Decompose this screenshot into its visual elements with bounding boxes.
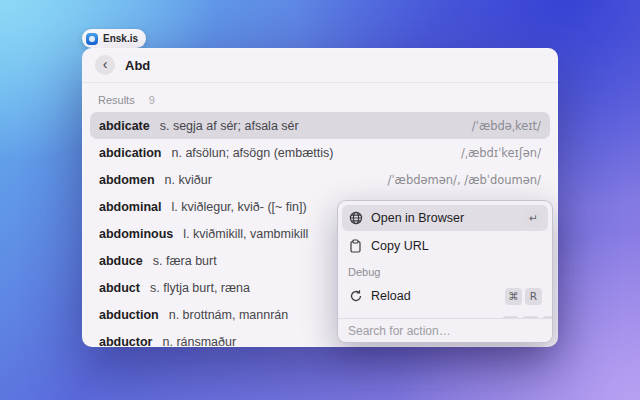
action-menu-item-label: Copy URL [371, 239, 429, 253]
action-menu-item[interactable]: Open Support Directory ⌘⇧S [342, 311, 548, 318]
reload-icon [348, 289, 363, 304]
result-word: abdomen [99, 173, 155, 187]
result-definition: s. segja af sér; afsala sér [160, 119, 299, 133]
result-row[interactable]: abdomen n. kviður /ˈæbdəmən/, /æbˈdoumən… [90, 166, 550, 193]
result-row[interactable]: abdication n. afsölun; afsögn (embættis)… [90, 139, 550, 166]
results-header: Results 9 [98, 94, 542, 106]
shortcut-key: ↵ [525, 210, 542, 227]
result-word: abdicate [99, 119, 150, 133]
window-header: ‹ Abd [82, 48, 558, 83]
action-menu-item-label: Reload [371, 289, 411, 303]
result-definition: n. ránsmaður [162, 335, 236, 348]
result-definition: n. brottnám, mannrán [169, 308, 289, 322]
back-button[interactable]: ‹ [95, 55, 115, 75]
result-word: abduction [99, 308, 159, 322]
action-menu-item[interactable]: Open in Browser ↵ [342, 205, 548, 231]
action-menu-debug-group: Reload ⌘R Open Support Directory ⌘⇧S [342, 283, 548, 318]
result-pronunciation: /ˈæbdəˌkeɪt/ [472, 119, 541, 133]
globe-icon [348, 211, 363, 226]
chevron-left-icon: ‹ [103, 57, 108, 71]
action-search-input[interactable] [338, 324, 552, 338]
results-label: Results [98, 94, 135, 106]
debug-section-label: Debug [348, 266, 542, 278]
action-menu-item-label: Open in Browser [371, 211, 464, 225]
result-pronunciation: /ˈæbdəmən/, /æbˈdoumən/ [388, 173, 541, 187]
results-count: 9 [149, 94, 155, 106]
result-pronunciation: /ˌæbdɪˈkeɪʃən/ [461, 146, 541, 160]
result-definition: l. kviðmikill, vambmikill [183, 227, 308, 241]
action-menu-list: Open in Browser ↵ Copy URL Debug [338, 201, 552, 318]
app-name-tooltip: Ensk.is [82, 29, 146, 48]
action-menu: Open in Browser ↵ Copy URL Debug [337, 200, 553, 343]
shortcut-key: ⌘ [505, 288, 522, 305]
result-word: abdominous [99, 227, 173, 241]
action-menu-item[interactable]: Reload ⌘R [342, 283, 548, 309]
action-menu-item[interactable]: Copy URL [342, 233, 548, 259]
action-search-bar [338, 318, 552, 342]
result-definition: s. færa burt [153, 254, 217, 268]
search-query[interactable]: Abd [125, 58, 150, 73]
result-definition: l. kviðlegur, kvið- ([~ fin]) [172, 200, 307, 214]
result-definition: n. kviður [165, 173, 212, 187]
shortcut-keys: ↵ [525, 210, 542, 227]
shortcut-key: R [525, 288, 542, 305]
result-row[interactable]: abdicate s. segja af sér; afsala sér /ˈæ… [90, 112, 550, 139]
result-word: abdominal [99, 200, 162, 214]
action-menu-main-group: Open in Browser ↵ Copy URL [342, 205, 548, 259]
result-word: abdication [99, 146, 162, 160]
result-word: abduce [99, 254, 143, 268]
app-name-label: Ensk.is [103, 33, 138, 44]
clipboard-icon [348, 239, 363, 254]
result-definition: s. flytja burt, ræna [150, 281, 250, 295]
shortcut-keys: ⌘R [505, 288, 542, 305]
result-word: abductor [99, 335, 152, 348]
result-definition: n. afsölun; afsögn (embættis) [172, 146, 334, 160]
app-icon [86, 33, 98, 45]
result-word: abduct [99, 281, 140, 295]
